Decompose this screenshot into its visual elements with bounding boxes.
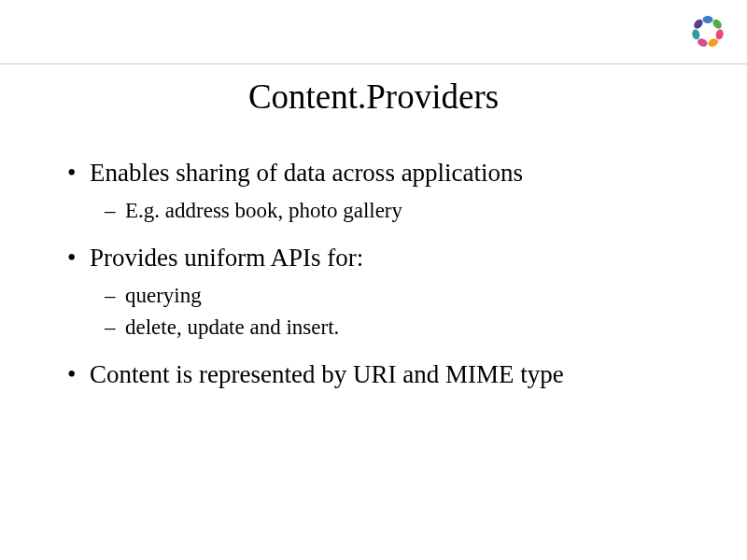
svg-point-6 xyxy=(692,18,704,31)
header-divider xyxy=(0,63,747,64)
logo-icon xyxy=(687,11,728,52)
bullet-sub-item: querying xyxy=(67,282,680,310)
svg-point-1 xyxy=(712,18,724,31)
svg-point-5 xyxy=(691,29,700,41)
bullet-item: Enables sharing of data across applicati… xyxy=(67,157,680,189)
bullet-item: Provides uniform APIs for: xyxy=(67,242,680,274)
slide-content: Enables sharing of data across applicati… xyxy=(67,157,680,408)
svg-point-0 xyxy=(703,16,713,23)
bullet-sub-item: E.g. address book, photo gallery xyxy=(67,197,680,225)
bullet-sub-item: delete, update and insert. xyxy=(67,314,680,342)
bullet-item: Content is represented by URI and MIME t… xyxy=(67,358,680,391)
svg-point-2 xyxy=(715,29,725,41)
slide-title: Content.Providers xyxy=(0,77,747,117)
